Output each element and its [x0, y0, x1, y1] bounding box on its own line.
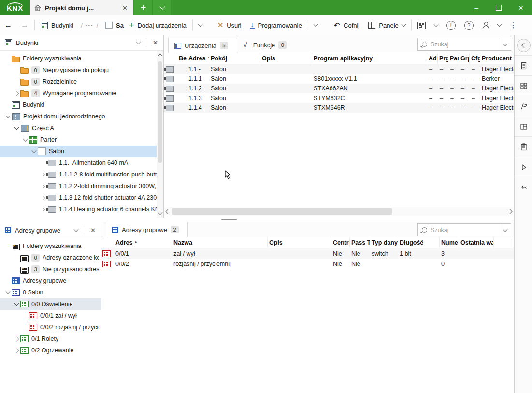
expander-icon[interactable] — [39, 173, 46, 176]
tab[interactable]: Urządzenia 5 — [168, 38, 237, 53]
programming-dropdown[interactable] — [310, 18, 322, 32]
search-dropdown[interactable] — [499, 224, 511, 236]
expander-icon[interactable] — [13, 303, 20, 305]
tree-item[interactable]: 1.1.1 2-8 fold multifunction push-button — [0, 169, 163, 180]
column-header[interactable]: Długość — [398, 237, 440, 248]
scroll-down-icon[interactable] — [158, 210, 163, 215]
tree-item[interactable]: 1.1.2 2-fold dimming actuator 300W, univ… — [0, 180, 163, 192]
device-row[interactable]: 1.1.1 Salon S801xxxxx V1.1 – – – – – Ber… — [164, 74, 514, 84]
tree-item[interactable]: Adresy grupowe — [0, 275, 101, 287]
breadcrumb-ellipsis[interactable]: ••• — [86, 23, 94, 28]
column-header[interactable] — [164, 53, 177, 64]
account-button[interactable] — [478, 18, 493, 32]
expander-icon[interactable] — [30, 150, 38, 152]
scrollbar-track[interactable] — [171, 208, 506, 215]
tree-item[interactable]: 1.1.3 12-fold shutter actuator 4A 230V A… — [0, 192, 163, 204]
minimize-button[interactable]: – — [465, 0, 488, 15]
sidebar-reports-button[interactable] — [515, 136, 532, 157]
column-header[interactable]: Ostatnia war — [459, 237, 494, 248]
tree-item[interactable]: 3 Nie przypisano adresu — [0, 263, 101, 275]
tree-item[interactable]: Projekt domu jednorodzinnego — [0, 111, 163, 122]
scrollbar-thumb[interactable] — [172, 208, 392, 215]
new-tab-button[interactable]: + — [134, 0, 152, 15]
sidebar-catalog-button[interactable] — [515, 75, 532, 96]
expander-icon[interactable] — [39, 185, 46, 188]
device-row[interactable]: 1.1.2 Salon STXA662AN – – – – – Hager El… — [164, 84, 514, 93]
search-dropdown[interactable] — [499, 38, 511, 50]
sidebar-panels-button[interactable] — [515, 116, 532, 136]
expander-icon[interactable] — [4, 116, 12, 117]
add-devices-button[interactable]: +Dodaj urządzenia — [125, 18, 191, 32]
panel-dropdown-icon[interactable] — [136, 40, 141, 44]
expander-icon[interactable] — [39, 208, 46, 211]
column-header[interactable]: Opis — [260, 53, 312, 64]
device-row[interactable]: 1.1.4 Salon STXM646R – – – – – Hager Ele… — [164, 103, 514, 113]
panel-close-icon[interactable]: ✕ — [88, 227, 98, 234]
scroll-right-icon[interactable] — [506, 210, 513, 213]
project-tab[interactable]: Projekt domu j... ✕ — [30, 0, 133, 15]
tree-item[interactable]: 1.1.- Alimentation 640 mA — [0, 157, 163, 169]
tab-close-icon[interactable]: ✕ — [120, 4, 129, 12]
expander-icon[interactable] — [21, 139, 29, 141]
tree-item[interactable]: Foldery wyszukiwania — [0, 240, 101, 252]
breadcrumb-buildings[interactable]: Budynki — [36, 18, 78, 32]
device-row[interactable]: 1.1.- Salon – – – – – Hager Electro — [164, 64, 514, 74]
tree-item[interactable]: Część A — [0, 122, 163, 134]
delete-button[interactable]: ✕Usuń — [213, 18, 246, 32]
expander-icon[interactable] — [4, 291, 12, 293]
undo-button[interactable]: ↶Cofnij — [330, 18, 364, 32]
devices-search[interactable]: Szukaj — [417, 38, 511, 51]
tree-item[interactable]: Parter — [0, 134, 163, 146]
column-header[interactable]: Pass T — [350, 237, 370, 248]
expander-icon[interactable] — [39, 196, 46, 200]
splitter-grip[interactable] — [221, 219, 237, 220]
scroll-left-icon[interactable] — [164, 210, 171, 213]
column-header[interactable]: Pokój — [209, 53, 260, 64]
help-button[interactable]: ? — [460, 18, 478, 32]
tree-item[interactable]: 0/0/2 rozjaśnij / przyciemnij — [0, 321, 101, 333]
sidebar-undo-button[interactable] — [515, 177, 532, 197]
column-header[interactable]: Adr — [427, 53, 438, 64]
column-header[interactable]: Program aplikacyjny — [312, 53, 427, 64]
tree-item[interactable]: Salon — [0, 146, 163, 157]
tree-item[interactable]: 1.1.4 Heating actuator 6 channels KNX, w… — [0, 204, 163, 215]
column-header[interactable]: Grp — [459, 53, 470, 64]
expander-icon[interactable] — [13, 337, 20, 341]
workspace-dropdown[interactable] — [430, 18, 442, 32]
column-header[interactable]: Adres▲ — [187, 53, 209, 64]
maximize-button[interactable] — [488, 0, 510, 15]
column-header[interactable] — [101, 237, 114, 248]
account-dropdown[interactable] — [493, 18, 505, 32]
programming-button[interactable]: ↓Programowanie — [246, 18, 306, 32]
ga-row[interactable]: 0/0/1 zał / wył Nie Nie switch 1 bit 3 — [101, 248, 514, 259]
column-header[interactable]: Typ danyc — [370, 237, 398, 248]
column-header[interactable]: Be — [177, 53, 187, 64]
more-options-button[interactable]: ⋮ — [505, 18, 521, 32]
expander-icon[interactable] — [13, 127, 20, 129]
tab-group-addresses[interactable]: Adresy grupowe 2 — [106, 222, 188, 237]
column-header[interactable] — [494, 237, 514, 248]
tab[interactable]: Funkcje 0 — [237, 37, 296, 53]
column-header[interactable]: Centra — [331, 237, 350, 248]
column-header[interactable]: Opis — [268, 237, 331, 248]
tree-item[interactable]: 0 Salon — [0, 287, 101, 298]
breadcrumb-room[interactable]: Sa — [101, 18, 125, 32]
device-row[interactable]: 1.1.3 Salon STYM632C – – – – – Hager Ele… — [164, 93, 514, 103]
ga-row[interactable]: 0/0/2 rozjaśnij / przyciemnij Nie Nie 0 — [101, 259, 514, 269]
scroll-up-icon[interactable] — [158, 54, 163, 58]
vertical-scrollbar[interactable] — [157, 51, 163, 218]
sidebar-run-button[interactable] — [515, 157, 532, 177]
panel-splitter[interactable] — [0, 218, 514, 222]
tree-item[interactable]: 0/0 Oświetlenie — [0, 298, 101, 310]
sidebar-collapse-button[interactable] — [517, 39, 531, 52]
column-header[interactable]: Cfg — [470, 53, 480, 64]
info-button[interactable]: i — [442, 18, 460, 32]
tab-list-button[interactable] — [153, 0, 171, 15]
column-header[interactable]: Adres▲ — [114, 237, 172, 248]
scrollbar-thumb[interactable] — [158, 61, 162, 163]
column-header[interactable]: Producent — [480, 53, 514, 64]
tree-item[interactable]: 0/2 Ogrzewanie — [0, 345, 101, 356]
column-header[interactable]: Par — [448, 53, 459, 64]
column-header[interactable]: Nazwa — [172, 237, 268, 248]
tree-item[interactable]: 4 Wymagane programowanie — [0, 87, 163, 99]
